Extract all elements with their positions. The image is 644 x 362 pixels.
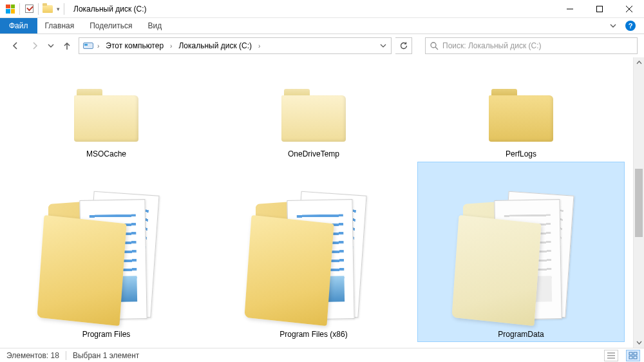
status-bar: Элементов: 18 Выбран 1 элемент: [0, 348, 644, 362]
svg-line-6: [435, 47, 438, 50]
search-box[interactable]: [425, 37, 638, 54]
scroll-up-button[interactable]: [634, 57, 644, 68]
search-icon: [430, 41, 439, 50]
chevron-right-icon[interactable]: ›: [257, 43, 261, 50]
breadcrumb-this-pc[interactable]: Этот компьютер: [103, 38, 166, 53]
address-bar[interactable]: › Этот компьютер › Локальный диск (C:) ›: [79, 37, 392, 54]
items-view[interactable]: MSOCache OneDriveTemp PerfLogs Program F…: [0, 57, 633, 348]
folder-label: Program Files (x86): [279, 327, 347, 339]
qat-dropdown-icon[interactable]: ▾: [57, 6, 60, 12]
folder-label: PerfLogs: [506, 147, 536, 158]
maximize-button[interactable]: [585, 0, 614, 18]
ribbon-collapse-icon[interactable]: [604, 18, 622, 33]
folder-item[interactable]: OneDriveTemp: [210, 60, 417, 162]
scroll-track[interactable]: [634, 68, 644, 337]
folder-label: OneDriveTemp: [288, 147, 339, 158]
folder-item[interactable]: MSOCache: [3, 60, 210, 162]
tab-view[interactable]: Вид: [140, 18, 169, 33]
minimize-button[interactable]: [555, 0, 585, 18]
folder-label: ProgramData: [498, 327, 544, 339]
breadcrumb-drive-c[interactable]: Локальный диск (C:): [176, 38, 254, 53]
folder-item[interactable]: Program Files: [3, 162, 210, 342]
quick-access-toolbar: ▾: [0, 3, 70, 15]
recent-locations-button[interactable]: [46, 38, 55, 53]
svg-point-5: [431, 43, 436, 48]
tab-home[interactable]: Главная: [37, 18, 82, 33]
title-bar: ▾ Локальный диск (C:): [0, 0, 644, 18]
refresh-button[interactable]: [395, 37, 412, 54]
scroll-thumb[interactable]: [635, 169, 643, 237]
item-count-label: Элементов: 18: [6, 351, 59, 360]
svg-rect-11: [634, 352, 637, 355]
folder-label: MSOCache: [86, 147, 126, 158]
chevron-right-icon[interactable]: ›: [169, 43, 173, 50]
app-icon[interactable]: [5, 4, 15, 14]
folder-icon: [450, 186, 592, 327]
back-button[interactable]: [8, 38, 23, 53]
folder-icon: [35, 186, 177, 327]
tab-share[interactable]: Поделиться: [82, 18, 140, 33]
help-icon: ?: [625, 21, 636, 31]
folder-icon[interactable]: [43, 4, 53, 14]
vertical-scrollbar[interactable]: [633, 57, 644, 348]
folder-label: Program Files: [82, 327, 131, 339]
help-button[interactable]: ?: [622, 18, 639, 33]
folder-item-selected[interactable]: ProgramData: [417, 162, 625, 342]
svg-rect-1: [597, 6, 603, 12]
svg-rect-10: [629, 352, 632, 355]
close-button[interactable]: [614, 0, 644, 18]
selection-status: Выбран 1 элемент: [73, 351, 139, 360]
forward-button[interactable]: [27, 38, 43, 53]
details-view-button[interactable]: [604, 350, 618, 361]
navigation-bar: › Этот компьютер › Локальный диск (C:) ›: [0, 34, 644, 57]
ribbon: Файл Главная Поделиться Вид ?: [0, 18, 644, 34]
folder-item[interactable]: PerfLogs: [417, 60, 625, 162]
folder-icon: [482, 82, 560, 147]
address-history-dropdown[interactable]: [377, 38, 390, 53]
chevron-right-icon[interactable]: ›: [96, 43, 100, 50]
qat-properties-icon[interactable]: [24, 4, 34, 14]
search-input[interactable]: [442, 41, 633, 50]
folder-icon: [243, 186, 384, 327]
folder-icon: [68, 82, 145, 147]
svg-rect-13: [634, 356, 637, 359]
folder-item[interactable]: Program Files (x86): [210, 162, 417, 342]
folder-icon: [275, 82, 352, 147]
svg-rect-12: [629, 356, 632, 359]
up-button[interactable]: [59, 38, 75, 53]
large-icons-view-button[interactable]: [626, 350, 640, 361]
file-tab[interactable]: Файл: [0, 18, 37, 33]
scroll-down-button[interactable]: [634, 337, 644, 348]
window-controls: [555, 0, 644, 18]
window-title: Локальный диск (C:): [70, 5, 147, 14]
pc-icon: [83, 43, 93, 49]
